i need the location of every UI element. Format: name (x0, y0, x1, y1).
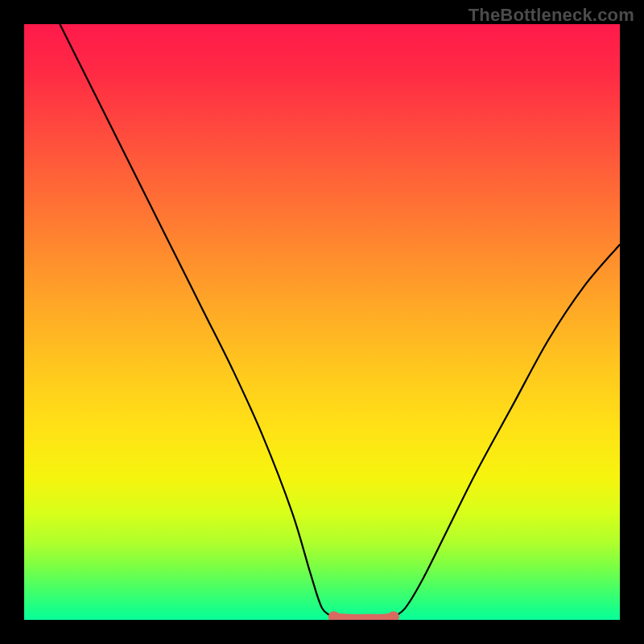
bottom-accent-line (334, 617, 394, 618)
watermark-text: TheBottleneck.com (469, 5, 634, 26)
chart-frame: TheBottleneck.com (0, 0, 644, 644)
right-endpoint-dot (388, 611, 399, 620)
left-endpoint-dot (328, 611, 340, 620)
left-branch-line (60, 24, 333, 617)
curve-layer (24, 24, 620, 620)
plot-area (24, 24, 620, 620)
right-branch-line (394, 245, 620, 617)
